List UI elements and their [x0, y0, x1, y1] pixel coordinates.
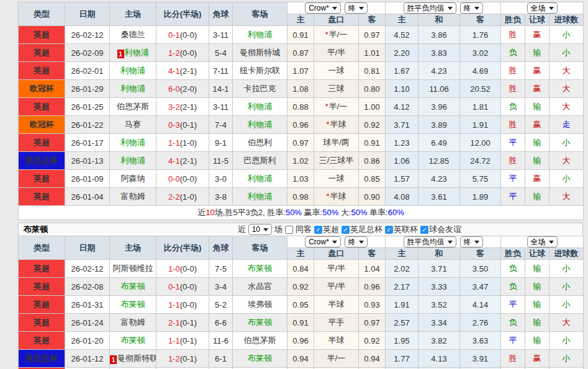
match-date-cell: 26-01-04 [65, 188, 110, 206]
result-goals: 小 [550, 170, 584, 188]
euro-draw-odds: 3.71 [418, 260, 460, 278]
summary-segment: 50% [322, 208, 338, 217]
team-filter-bar: 布莱顿近10场同客✓英超✓英足总杯✓英联杯✓球会友谊 [18, 223, 583, 236]
sub-header-result-goals: 进球数 [550, 248, 584, 260]
home-team-cell: 布莱顿 [110, 296, 156, 314]
scope-select-cell: 全场 [501, 2, 584, 14]
result-wdl: 负 [501, 314, 525, 332]
away-team-cell: 纽卡斯尔联 [233, 62, 287, 80]
ah-line-cell: 一球 [314, 170, 359, 188]
match-date-cell: 26-01-29 [65, 80, 110, 98]
half-time-score: (0-0) [180, 30, 197, 40]
result-goals: 小 [550, 134, 584, 152]
home-team-cell: 利物浦 [110, 80, 156, 98]
result-wdl: 胜 [501, 116, 525, 134]
team-name-title: 布莱顿 [24, 224, 48, 235]
near-label: 近 [238, 224, 246, 235]
bookmaker-select[interactable]: Crow* [305, 236, 341, 247]
same-away-checkbox[interactable] [285, 226, 293, 234]
match-date-cell: 26-02-12 [65, 26, 110, 44]
result-handicap: 赢 [525, 350, 550, 368]
recent-count-select[interactable]: 10 [248, 224, 272, 235]
league-filter-checkbox[interactable]: ✓ [420, 226, 428, 234]
avg-odds-select[interactable]: 胜平负均值 [404, 236, 456, 247]
league-filter-checkbox[interactable]: ✓ [314, 226, 322, 234]
team-name-label: 利物浦 [121, 156, 145, 165]
final-odds-select[interactable]: 终 [345, 2, 368, 14]
corners-cell: 3-11 [209, 26, 233, 44]
summary-segment: 50% [286, 208, 302, 217]
handicap-line: 球半/两 [323, 138, 350, 147]
result-goals: 大 [550, 314, 584, 332]
result-handicap: 输 [525, 152, 550, 170]
euro-home-odds: 4.52 [386, 26, 418, 44]
chevron-down-icon [332, 7, 337, 10]
half-time-score: (2-1) [180, 66, 197, 76]
half-time-score: (1-0) [180, 192, 197, 202]
euro-home-odds: 2.02 [386, 260, 418, 278]
score-cell: 0-1(0-0) [156, 26, 209, 44]
select-value: Crow* [309, 238, 329, 246]
sub-header-eu-draw: 和 [418, 248, 460, 260]
ah-line-cell: 半/一 [314, 350, 359, 368]
euro-draw-odds: 3.86 [418, 26, 460, 44]
sub-header-eu-home: 主 [386, 248, 418, 260]
handicap-line: 平/半 [327, 48, 346, 57]
home-team-cell: 富勒姆 [110, 188, 156, 206]
match-date-cell: 26-01-25 [65, 98, 110, 116]
result-goals: 大 [550, 80, 584, 98]
table-row: 英超26-01-24富勒姆2-1(0-1)6-6布莱顿0.91平手0.972.5… [19, 314, 584, 332]
corners-cell: 7-4 [209, 116, 233, 134]
league-filter-checkbox[interactable]: ✓ [385, 226, 393, 234]
league-badge: 英足总杯 [19, 152, 65, 170]
team-name-label: 布莱顿 [248, 353, 272, 363]
home-team-cell: 阿斯顿维拉 [110, 260, 156, 278]
sub-header-ah-away: 客 [359, 14, 386, 26]
result-goals: 大 [550, 152, 584, 170]
col-header-date: 日期 [65, 2, 110, 26]
team-name-label: 水晶宫 [248, 282, 272, 291]
avg-odds-select[interactable]: 胜平负均值 [404, 2, 456, 14]
table-row: 英超26-01-17利物浦1-1(1-0)9-1伯恩利0.97球半/两0.911… [19, 134, 584, 152]
select-value: Crow* [309, 4, 329, 12]
result-wdl: 胜 [501, 80, 525, 98]
corners-cell: 9-1 [209, 134, 233, 152]
half-time-score: (0-0) [180, 48, 197, 58]
half-time-score: (0-0) [180, 264, 197, 273]
ah-home-odds: 0.95 [287, 296, 314, 314]
sub-header-eu-away: 客 [460, 14, 501, 26]
league-filter-label: 球会友谊 [429, 224, 461, 235]
ah-away-odds: 0.97 [359, 26, 386, 44]
final-odds-select[interactable]: 终 [460, 236, 483, 247]
final-odds-select[interactable]: 终 [345, 236, 368, 247]
match-date-cell: 26-01-20 [65, 332, 110, 350]
table-row: 英超26-01-25伯恩茅斯3-2(2-1)3-11利物浦0.88*半/一1.0… [19, 98, 584, 116]
league-filter-checkbox[interactable]: ✓ [341, 226, 350, 234]
team-name-label: 富勒姆 [121, 318, 145, 327]
ah-line-cell: 半球 [314, 332, 359, 350]
corners-cell: 11-5 [209, 152, 233, 170]
away-team-cell: 利物浦 [233, 188, 287, 206]
euro-away-odds: 5.75 [460, 170, 501, 188]
ah-line-cell: 平手 [314, 314, 359, 332]
result-wdl: 负 [501, 278, 525, 296]
bookmaker-select[interactable]: Crow* [305, 2, 341, 14]
home-team-cell: 1利物浦 [110, 44, 156, 62]
euro-home-odds: 1.77 [386, 350, 418, 368]
home-team-cell: 布莱顿 [110, 278, 156, 296]
red-card-badge: 1 [110, 355, 117, 364]
scope-select[interactable]: 全场 [527, 236, 558, 247]
league-badge: 英超 [19, 314, 65, 332]
table-row: 欧冠杯26-01-29利物浦6-0(2-0)14-1卡拉巴克1.08三球0.80… [19, 80, 584, 98]
select-value: 全场 [531, 3, 546, 14]
result-handicap: 赢 [525, 116, 550, 134]
scope-select[interactable]: 全场 [527, 2, 558, 14]
score-cell: 1-1(0-1) [156, 332, 209, 350]
ah-line-cell: 平/半 [314, 260, 359, 278]
result-goals: 大 [550, 188, 584, 206]
table-row: 英超26-02-08布莱顿0-1(0-0)3-4水晶宫0.92平/半0.962.… [19, 278, 584, 296]
full-time-score: 2-1 [168, 318, 180, 327]
result-goals: 小 [550, 296, 584, 314]
final-odds-select[interactable]: 终 [460, 2, 483, 14]
away-team-cell: 布莱顿 [233, 260, 287, 278]
